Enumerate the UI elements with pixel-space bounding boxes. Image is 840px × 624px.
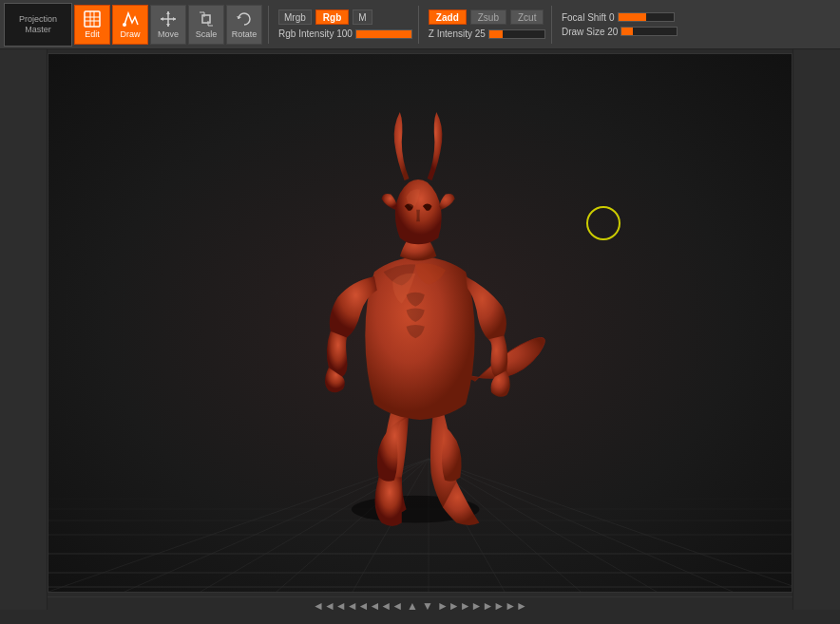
rotate-button[interactable]: Rotate (226, 5, 262, 45)
down-arrow: ▼ (422, 599, 433, 613)
separator-3 (551, 6, 552, 44)
left-sidebar (0, 49, 48, 610)
rgb-intensity-slider[interactable] (355, 29, 412, 39)
edit-button[interactable]: Edit (74, 5, 110, 45)
up-arrow: ▲ (407, 599, 418, 613)
right-sidebar (792, 49, 840, 610)
separator-2 (418, 6, 419, 44)
3d-model (268, 62, 572, 537)
right-arrows: ►►►►►►►► (437, 599, 527, 613)
status-bar: ◄◄◄◄◄◄◄◄ ▲ ▼ ►►►►►►►► (0, 596, 840, 614)
zadd-button[interactable]: Zadd (429, 9, 467, 25)
draw-button[interactable]: Draw (112, 5, 148, 45)
scale-label: Scale (196, 29, 218, 39)
z-intensity-row: Z Intensity 25 (429, 28, 545, 39)
toolbar: Projection Master Edit Draw Move (0, 0, 840, 49)
top-mode-row: Mrgb Rgb M (278, 9, 412, 25)
rgb-button[interactable]: Rgb (315, 9, 349, 25)
mrgb-button[interactable]: Mrgb (278, 9, 312, 25)
focal-shift-slider[interactable] (618, 12, 675, 22)
move-label: Move (158, 29, 179, 39)
separator-1 (268, 6, 269, 44)
scale-button[interactable]: Scale (188, 5, 224, 45)
draw-size-slider[interactable] (620, 27, 678, 36)
zcut-button[interactable]: Zcut (510, 9, 544, 25)
zsub-button[interactable]: Zsub (470, 9, 506, 25)
edit-label: Edit (85, 29, 100, 39)
svg-rect-0 (85, 11, 100, 27)
z-mode-group: Zadd Zsub Zcut Z Intensity 25 (429, 9, 545, 39)
move-button[interactable]: Move (150, 5, 186, 45)
projection-master-button[interactable]: Projection Master (4, 3, 72, 47)
z-intensity-slider[interactable] (488, 29, 545, 39)
focal-shift-label: Focal Shift 0 (562, 12, 615, 23)
svg-rect-6 (202, 15, 210, 23)
focal-draw-group: Focal Shift 0 Draw Size 20 (562, 12, 678, 37)
draw-size-label: Draw Size 20 (562, 27, 618, 37)
draw-size-row: Draw Size 20 (562, 27, 678, 37)
z-intensity-label: Z Intensity 25 (429, 28, 486, 39)
rgb-intensity-label: Rgb Intensity 100 (278, 28, 353, 39)
projection-master-label: Projection (19, 14, 57, 25)
draw-label: Draw (120, 29, 140, 39)
color-mode-group: Mrgb Rgb M Rgb Intensity 100 (278, 9, 412, 39)
canvas-area[interactable] (48, 53, 792, 593)
projection-master-label2: Master (25, 25, 51, 35)
svg-point-5 (123, 23, 126, 27)
m-button[interactable]: M (353, 9, 372, 25)
focal-shift-row: Focal Shift 0 (562, 12, 678, 23)
rotate-label: Rotate (232, 29, 258, 39)
rgb-intensity-row: Rgb Intensity 100 (278, 28, 412, 39)
z-mode-row: Zadd Zsub Zcut (429, 9, 545, 25)
left-arrows: ◄◄◄◄◄◄◄◄ (313, 599, 403, 613)
